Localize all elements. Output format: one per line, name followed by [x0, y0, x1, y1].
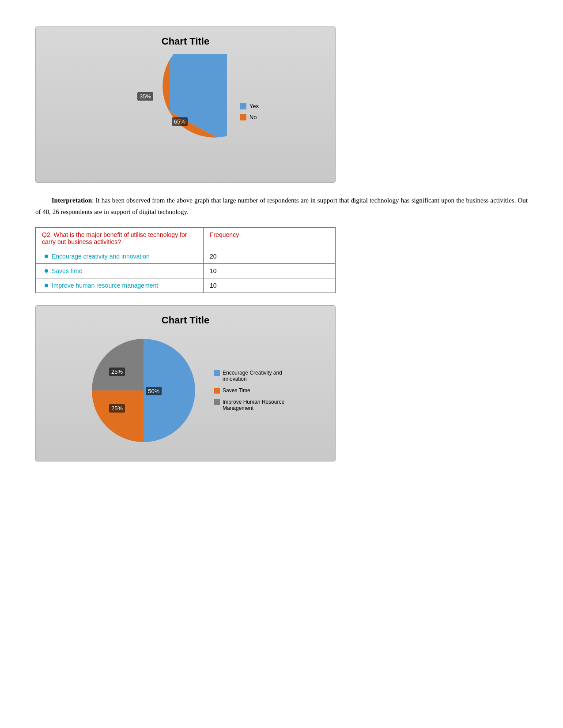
row3-label: Improve human resource management: [52, 282, 158, 289]
chart1-no-label: No: [249, 114, 257, 120]
chart2-legend-blue: Encourage Creativity and innovation: [214, 370, 285, 382]
chart1-title: Chart Title: [49, 36, 322, 47]
chart2-orange-color: [214, 388, 220, 394]
chart2-blue-color: [214, 370, 220, 376]
chart1-yes-color: [240, 103, 246, 109]
table-row: Improve human resource management 10: [36, 278, 336, 293]
row1-bullet: Encourage creativity and innovation: [45, 253, 197, 260]
table-row: Encourage creativity and innovation 20: [36, 249, 336, 264]
interpretation-bold: Interpretation: [52, 197, 92, 204]
chart2-blue-label: Encourage Creativity and innovation: [223, 370, 285, 382]
row2-value-cell: 10: [204, 264, 336, 278]
row1-label: Encourage creativity and innovation: [52, 253, 150, 260]
chart2-title: Chart Title: [49, 315, 322, 326]
question-text: Q2. What is the major benefit of utilise…: [42, 231, 187, 245]
interpretation-paragraph: Interpretation: It has been observed fro…: [35, 195, 528, 218]
interpretation-text: : It has been observed from the above gr…: [35, 197, 528, 215]
bullet-dot-2: [45, 269, 48, 273]
row2-value: 10: [210, 267, 217, 274]
chart2-gray-label: Improve Human Resource Management: [223, 399, 285, 411]
row2-bullet: Saves time: [45, 267, 197, 274]
table-row: Saves time 10: [36, 264, 336, 278]
frequency-header: Frequency: [210, 231, 239, 238]
chart2-legend-orange: Saves Time: [214, 387, 285, 394]
chart2-pie: 50% 25% 25%: [86, 333, 201, 448]
chart2-area: 50% 25% 25% Encourage Creativity and inn…: [49, 333, 322, 448]
chart2-orange-label: Saves Time: [223, 387, 250, 394]
row1-value: 20: [210, 253, 217, 260]
chart2-gray-color: [214, 399, 220, 405]
bullet-dot-3: [45, 284, 48, 287]
row3-value: 10: [210, 282, 217, 289]
row3-value-cell: 10: [204, 278, 336, 293]
bullet-dot-1: [45, 255, 48, 258]
row2-label-cell: Saves time: [36, 264, 204, 278]
row2-label: Saves time: [52, 267, 82, 274]
chart1-pie: 65% 35%: [112, 54, 227, 169]
chart1-area: 65% 35% Yes No: [49, 54, 322, 169]
chart1-no-color: [240, 114, 246, 120]
chart1-container: Chart Title 65% 35% Yes: [35, 26, 336, 183]
row1-label-cell: Encourage creativity and innovation: [36, 249, 204, 264]
row1-value-cell: 20: [204, 249, 336, 264]
question-cell: Q2. What is the major benefit of utilise…: [36, 228, 204, 249]
chart1-legend: Yes No: [240, 103, 259, 120]
row3-bullet: Improve human resource management: [45, 282, 197, 289]
data-table: Q2. What is the major benefit of utilise…: [35, 227, 336, 293]
chart2-container: Chart Title 50% 25% 25% Encourage Crea: [35, 305, 336, 462]
chart2-legend-gray: Improve Human Resource Management: [214, 399, 285, 411]
chart1-yes-label: Yes: [249, 103, 259, 109]
chart1-legend-no: No: [240, 114, 259, 120]
chart2-legend: Encourage Creativity and innovation Save…: [214, 370, 285, 411]
chart1-legend-yes: Yes: [240, 103, 259, 109]
frequency-header-cell: Frequency: [204, 228, 336, 249]
table-header-row: Q2. What is the major benefit of utilise…: [36, 228, 336, 249]
row3-label-cell: Improve human resource management: [36, 278, 204, 293]
